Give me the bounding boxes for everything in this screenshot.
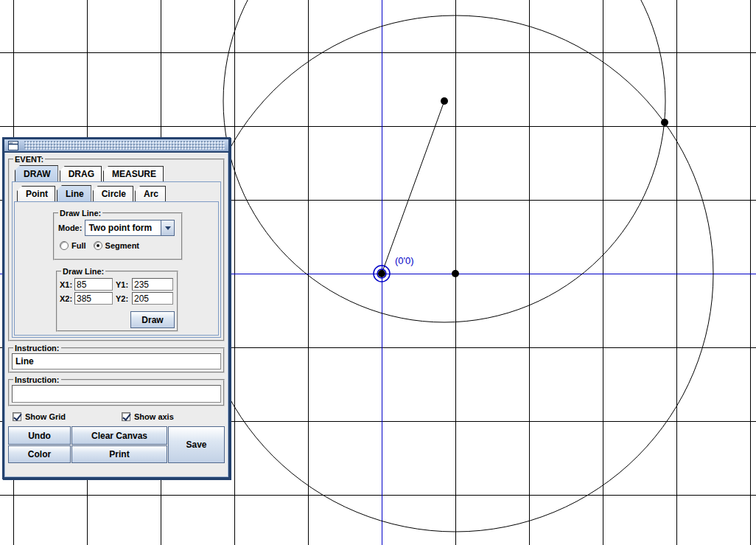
show-grid-label: Show Grid — [25, 412, 66, 421]
color-button[interactable]: Color — [8, 445, 71, 463]
instruction-1-label: Instruction: — [13, 344, 61, 353]
draw-line-mode-group: Draw Line: Mode: Two point form — [53, 209, 183, 260]
primary-tabrow: DRAW DRAG MEASURE — [15, 165, 221, 181]
panel-body: EVENT: DRAW DRAG MEASURE Point Line Circ… — [4, 153, 228, 463]
clear-canvas-button[interactable]: Clear Canvas — [71, 426, 167, 445]
x2-field[interactable] — [74, 292, 113, 305]
radio-full[interactable] — [60, 241, 69, 250]
point-dot[interactable] — [441, 97, 448, 105]
action-buttons: Undo Clear Canvas Save Color Print — [8, 426, 225, 463]
tab-line[interactable]: Line — [57, 185, 91, 201]
tab-draw[interactable]: DRAW — [15, 165, 58, 181]
y1-label: Y1: — [116, 280, 132, 289]
mode-label: Mode: — [58, 223, 82, 232]
mode-combobox-value: Two point form — [85, 221, 161, 235]
x1-field[interactable] — [74, 278, 113, 291]
checkbox-row: Show Grid Show axis — [13, 411, 225, 423]
draw-line-mode-group-label: Draw Line: — [58, 209, 102, 218]
tab-circle[interactable]: Circle — [93, 186, 133, 201]
y2-field[interactable] — [132, 292, 173, 305]
instruction-2-field[interactable] — [12, 385, 221, 403]
origin-label: (0'0) — [395, 255, 414, 266]
app-stage: (0'0) EVENT: DRAW DRAG MEASURE — [0, 0, 756, 545]
y1-field[interactable] — [132, 278, 173, 291]
draw-line-coords-group: Draw Line: X1: Y1: X2: Y2: — [56, 267, 178, 332]
point-dot[interactable] — [378, 270, 385, 277]
line-tab-content: Draw Line: Mode: Two point form — [14, 201, 219, 336]
show-axis-checkbox[interactable] — [122, 412, 130, 421]
instruction-2-label: Instruction: — [13, 375, 61, 384]
show-axis-label: Show axis — [134, 412, 174, 421]
titlebar-texture — [24, 141, 225, 150]
panel-titlebar[interactable] — [4, 139, 228, 153]
x2-label: X2: — [60, 294, 74, 303]
x1-label: X1: — [60, 280, 74, 289]
radio-segment-label: Segment — [105, 241, 139, 250]
radio-segment[interactable] — [94, 241, 102, 250]
tab-drag[interactable]: DRAG — [60, 166, 102, 181]
draw-button[interactable]: Draw — [130, 311, 175, 328]
chevron-down-icon — [165, 226, 171, 233]
instruction-group-2: Instruction: — [8, 375, 225, 406]
draw-line-coords-group-label: Draw Line: — [61, 267, 105, 276]
tab-measure[interactable]: MEASURE — [103, 166, 164, 181]
instruction-group-1: Instruction: — [8, 344, 225, 373]
tab-point[interactable]: Point — [17, 186, 55, 201]
y2-label: Y2: — [116, 294, 132, 303]
show-grid-checkbox[interactable] — [13, 412, 21, 421]
mode-combobox[interactable]: Two point form — [85, 220, 175, 236]
secondary-tabrow: Point Line Circle Arc — [17, 185, 219, 201]
point-dot[interactable] — [661, 119, 668, 126]
event-group-label: EVENT: — [13, 155, 45, 164]
radio-full-label: Full — [71, 241, 86, 250]
tab-arc[interactable]: Arc — [135, 186, 166, 201]
save-button[interactable]: Save — [168, 426, 225, 463]
point-dot[interactable] — [452, 270, 459, 277]
undo-button[interactable]: Undo — [8, 426, 71, 445]
window-icon — [8, 141, 18, 150]
print-button[interactable]: Print — [71, 445, 167, 463]
event-group: EVENT: DRAW DRAG MEASURE Point Line Circ… — [8, 155, 225, 341]
drawn-segment — [382, 101, 444, 274]
instruction-1-field[interactable] — [12, 353, 221, 369]
mode-combobox-button[interactable] — [161, 221, 174, 235]
draw-tab-content: Point Line Circle Arc Draw Line: Mode: — [12, 181, 221, 338]
tool-panel: EVENT: DRAW DRAG MEASURE Point Line Circ… — [2, 137, 231, 479]
